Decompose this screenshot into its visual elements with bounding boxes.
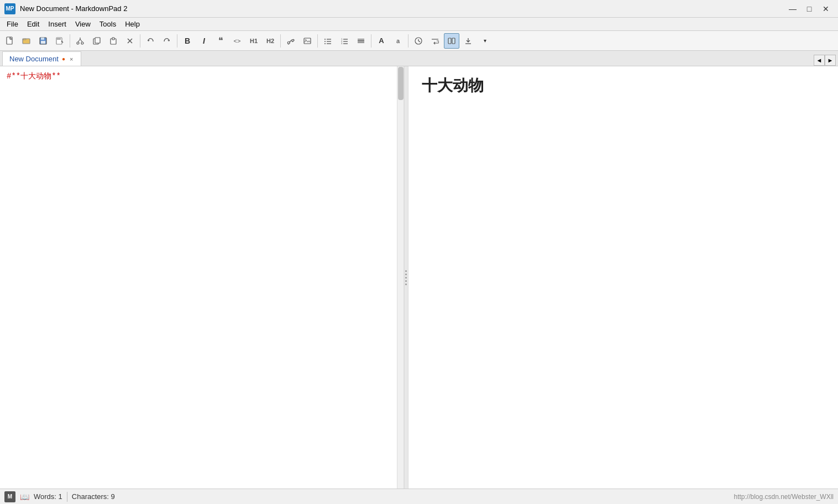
status-url: http://blog.csdn.net/Webster_WXll — [734, 493, 834, 501]
svg-rect-15 — [95, 38, 100, 43]
lowercase-button[interactable]: a — [390, 33, 406, 49]
export-button[interactable] — [460, 33, 476, 49]
svg-line-39 — [418, 41, 420, 42]
splitter-dot — [405, 280, 407, 282]
save-as-button[interactable] — [52, 33, 67, 49]
paste-button[interactable] — [106, 33, 121, 49]
image-button[interactable] — [300, 33, 315, 49]
separator-5 — [317, 34, 318, 48]
status-words: Words: 1 — [34, 492, 62, 501]
undo-button[interactable] — [143, 33, 158, 49]
separator-7 — [408, 34, 408, 48]
delete-button[interactable] — [122, 33, 138, 49]
title-bar-controls: — □ ✕ — [785, 3, 834, 14]
svg-rect-8 — [57, 38, 61, 40]
svg-line-12 — [80, 39, 82, 42]
editor-scrollbar[interactable] — [397, 66, 404, 489]
more-button[interactable]: ▾ — [477, 33, 493, 49]
svg-rect-42 — [452, 38, 455, 44]
title-bar-text: New Document - MarkdownPad 2 — [20, 4, 785, 13]
pane-splitter[interactable] — [404, 66, 408, 489]
cut-button[interactable] — [72, 33, 88, 49]
status-book-icon: 📖 — [20, 492, 29, 501]
splitter-dot — [405, 270, 407, 272]
uppercase-button[interactable]: A — [374, 33, 389, 49]
splitter-dot — [405, 277, 407, 279]
splitter-dot — [405, 284, 407, 285]
editor-textarea[interactable]: #**十大动物** — [0, 66, 404, 489]
tab-nav-right-button[interactable]: ► — [825, 55, 836, 66]
toolbar: B I ❝ <> H1 H2 1. — [0, 31, 838, 51]
title-bar: MP New Document - MarkdownPad 2 — □ ✕ — [0, 0, 838, 18]
svg-point-9 — [77, 42, 79, 44]
svg-rect-5 — [41, 38, 44, 40]
save-button[interactable] — [35, 33, 51, 49]
separator-1 — [70, 34, 70, 48]
close-button[interactable]: ✕ — [818, 3, 834, 14]
link-button[interactable] — [283, 33, 298, 49]
svg-rect-17 — [112, 38, 114, 40]
new-button[interactable] — [2, 33, 18, 49]
redo-button[interactable] — [159, 33, 175, 49]
status-characters: Characters: 9 — [72, 492, 115, 501]
tab-navigation: ◄ ► — [814, 55, 836, 66]
svg-point-26 — [324, 43, 326, 44]
italic-button[interactable]: I — [196, 33, 212, 49]
wordwrap-button[interactable] — [427, 33, 443, 49]
menu-edit[interactable]: Edit — [23, 19, 44, 29]
svg-rect-20 — [304, 38, 311, 44]
ul-button[interactable] — [320, 33, 336, 49]
tab-close-button[interactable]: × — [69, 55, 74, 63]
menu-tools[interactable]: Tools — [95, 19, 121, 29]
main-area: #**十大动物** 十大动物 — [0, 66, 838, 489]
menu-view[interactable]: View — [71, 19, 95, 29]
code-button[interactable]: <> — [229, 33, 245, 49]
minimize-button[interactable]: — — [785, 3, 800, 14]
status-separator — [67, 492, 67, 502]
maximize-button[interactable]: □ — [802, 3, 817, 14]
preview-heading: 十大动物 — [422, 75, 825, 96]
timestamp-button[interactable] — [411, 33, 426, 49]
tab-bar: New Document ● × ◄ ► — [0, 51, 838, 66]
app-logo: MP — [4, 3, 15, 14]
blockquote-button[interactable]: ❝ — [213, 33, 228, 49]
copy-button[interactable] — [89, 33, 104, 49]
svg-line-11 — [78, 39, 80, 42]
svg-rect-41 — [448, 38, 451, 44]
svg-point-24 — [324, 41, 326, 42]
separator-4 — [280, 34, 281, 48]
menu-insert[interactable]: Insert — [44, 19, 71, 29]
separator-2 — [140, 34, 140, 48]
editor-pane: #**十大动物** — [0, 66, 404, 489]
tab-new-document[interactable]: New Document ● × — [2, 51, 81, 66]
svg-point-10 — [81, 42, 83, 44]
tab-nav-left-button[interactable]: ◄ — [814, 55, 825, 66]
svg-rect-6 — [41, 41, 45, 44]
menu-file[interactable]: File — [2, 19, 23, 29]
svg-text:3.: 3. — [341, 42, 343, 45]
editor-scrollbar-thumb[interactable] — [398, 67, 404, 100]
h2-button[interactable]: H2 — [263, 33, 278, 49]
separator-3 — [177, 34, 177, 48]
hr-button[interactable] — [353, 33, 369, 49]
splitter-dot — [405, 274, 407, 275]
tab-modified-dot: ● — [62, 56, 65, 62]
ol-button[interactable]: 1. 2. 3. — [337, 33, 352, 49]
menu-help[interactable]: Help — [121, 19, 144, 29]
tab-label: New Document — [9, 55, 59, 63]
preview-toggle-button[interactable] — [444, 33, 459, 49]
svg-point-22 — [324, 39, 326, 40]
menu-bar: File Edit Insert View Tools Help — [0, 18, 838, 31]
bold-button[interactable]: B — [180, 33, 195, 49]
open-button[interactable] — [19, 33, 34, 49]
status-bar: M 📖 Words: 1 Characters: 9 http://blog.c… — [0, 489, 838, 504]
separator-6 — [371, 34, 371, 48]
preview-pane: 十大动物 — [408, 66, 839, 489]
h1-button[interactable]: H1 — [246, 33, 261, 49]
status-logo: M — [4, 491, 15, 502]
